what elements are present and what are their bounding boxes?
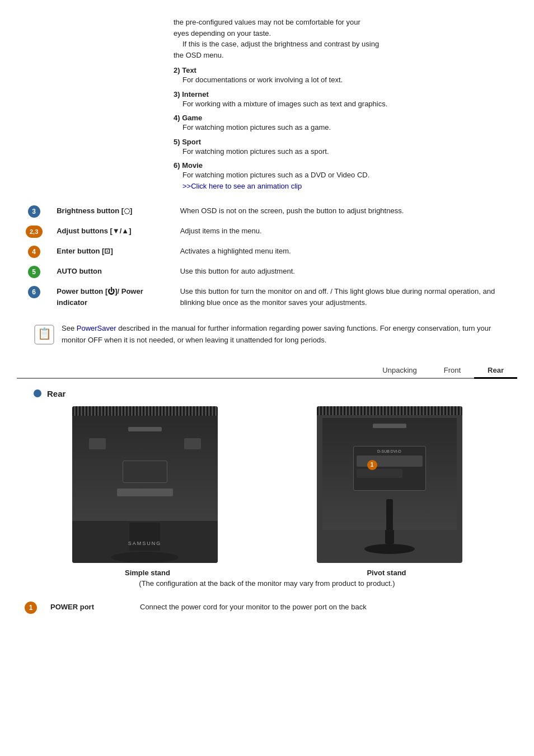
tab-unpacking[interactable]: Unpacking [369, 363, 430, 378]
note-text: See PowerSaver described in the manual f… [62, 323, 500, 346]
section-dot [34, 389, 41, 397]
item-2-desc: For documentations or work involving a l… [182, 74, 517, 86]
brightness-desc: When OSD is not on the screen, push the … [180, 206, 404, 215]
enter-label: Enter button [⊡] [57, 247, 113, 255]
tab-front[interactable]: Front [430, 363, 474, 378]
item-5-title: 5) Sport [174, 138, 517, 146]
images-captions: Simple stand Pivot stand [28, 569, 506, 577]
pivot-stand-image: D-SUB DVI-D 1 [317, 406, 462, 563]
intro-line1: the pre-configured values may not be com… [174, 17, 517, 28]
intro-line2: eyes depending on your taste. [174, 28, 517, 39]
power-port-label: POWER port [50, 603, 94, 611]
item-6-desc: For watching motion pictures such as a D… [182, 170, 517, 181]
item-4: 4) Game For watching motion pictures suc… [174, 114, 517, 133]
power-desc: Use this button for turn the monitor on … [180, 287, 495, 307]
table-row-enter: 4 Enter button [⊡] Activates a highlight… [17, 242, 517, 262]
page-container: the pre-configured values may not be com… [0, 11, 534, 633]
power-port-desc: Connect the power cord for your monitor … [140, 603, 367, 611]
button-table: 3 Brightness button [◌] When OSD is not … [17, 201, 517, 312]
item-5-desc: For watching motion pictures such as a s… [182, 146, 517, 157]
badge-5: 5 [28, 266, 40, 278]
auto-desc: Use this button for auto adjustment. [180, 267, 295, 275]
simple-stand-label: Simple stand [75, 569, 221, 577]
item-2: 2) Text For documentations or work invol… [174, 66, 517, 86]
pivot-stand-caption: Pivot stand [314, 569, 460, 577]
intro-text: the pre-configured values may not be com… [174, 17, 517, 60]
simple-stand-image: SAMSUNG [72, 406, 218, 563]
enter-desc: Activates a highlighted menu item. [180, 247, 291, 255]
item-5: 5) Sport For watching motion pictures su… [174, 138, 517, 157]
item-4-desc: For watching motion pictures such as a g… [182, 122, 517, 133]
images-row: SAMSUNG D-SUB DVI-D 1 [28, 406, 506, 563]
table-row-power: 6 Power button [⏻]/ Power indicator Use … [17, 282, 517, 312]
item-3-desc: For working with a mixture of images suc… [182, 98, 517, 110]
pivot-stand-container: D-SUB DVI-D 1 [317, 406, 462, 563]
rear-title: Rear [47, 389, 65, 398]
table-row-adjust: 2,3 Adjust buttons [▼/▲] Adjust items in… [17, 222, 517, 242]
item-3-title: 3) Internet [174, 90, 517, 98]
brightness-label: Brightness button [◌] [57, 206, 132, 215]
simple-stand-caption: Simple stand [75, 569, 221, 577]
table-row-brightness: 3 Brightness button [◌] When OSD is not … [17, 201, 517, 222]
badge-6: 6 [28, 286, 40, 298]
badge-23: 2,3 [26, 226, 43, 238]
table-row-auto: 5 AUTO button Use this button for auto a… [17, 262, 517, 282]
note-icon: 📋 [34, 324, 55, 345]
intro-line4: the OSD menu. [174, 50, 517, 61]
simple-stand-container: SAMSUNG [72, 406, 218, 563]
power-label: Power button [⏻]/ Power indicator [57, 287, 143, 307]
back-stripes-pivot [317, 406, 462, 415]
intro-line3: If this is the case, adjust the brightne… [182, 39, 517, 50]
item-2-title: 2) Text [174, 66, 517, 74]
config-note: (The configuration at the back of the mo… [28, 579, 506, 588]
badge-3: 3 [28, 205, 40, 218]
auto-label: AUTO button [57, 267, 102, 275]
rear-heading: Rear [34, 389, 517, 398]
pivot-stand-label: Pivot stand [314, 569, 460, 577]
bottom-table: 1 POWER port Connect the power cord for … [17, 598, 517, 618]
nav-tabs: Unpacking Front Rear [17, 363, 517, 379]
back-stripes-simple [72, 406, 218, 416]
item-4-title: 4) Game [174, 114, 517, 122]
item-6-title: 6) Movie [174, 161, 517, 170]
simple-back-panel [72, 416, 218, 521]
port-number-badge: 1 [367, 460, 377, 470]
animation-link[interactable]: >>Click here to see an animation clip [182, 182, 302, 190]
adjust-label: Adjust buttons [▼/▲] [57, 227, 131, 235]
svg-text:📋: 📋 [38, 327, 51, 340]
adjust-desc: Adjust items in the menu. [180, 227, 262, 235]
powersaver-link[interactable]: PowerSaver [77, 324, 116, 332]
tab-rear[interactable]: Rear [474, 363, 517, 379]
item-6: 6) Movie For watching motion pictures su… [174, 161, 517, 191]
power-port-badge: 1 [25, 602, 37, 614]
badge-4: 4 [28, 246, 40, 258]
note-box: 📋 See PowerSaver described in the manual… [34, 323, 500, 346]
table-row-power-port: 1 POWER port Connect the power cord for … [17, 598, 517, 618]
item-3: 3) Internet For working with a mixture o… [174, 90, 517, 110]
pivot-panel: D-SUB DVI-D 1 [322, 418, 457, 530]
samsung-label: SAMSUNG [128, 541, 162, 546]
